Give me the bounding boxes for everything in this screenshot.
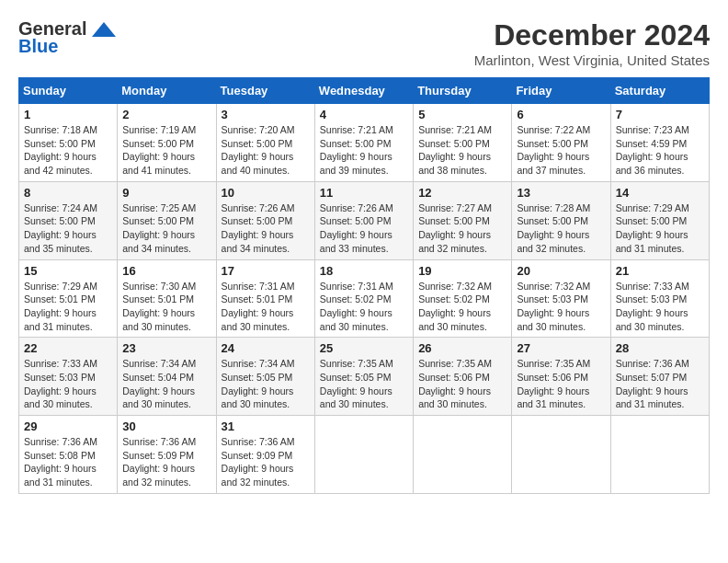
calendar-cell: 4Sunrise: 7:21 AM Sunset: 5:00 PM Daylig… bbox=[314, 104, 413, 182]
day-info: Sunrise: 7:23 AM Sunset: 4:59 PM Dayligh… bbox=[616, 123, 704, 178]
day-number: 17 bbox=[222, 264, 310, 278]
day-info: Sunrise: 7:34 AM Sunset: 5:04 PM Dayligh… bbox=[122, 357, 210, 411]
day-info: Sunrise: 7:26 AM Sunset: 5:00 PM Dayligh… bbox=[320, 201, 408, 256]
calendar: SundayMondayTuesdayWednesdayThursdayFrid… bbox=[18, 77, 710, 494]
day-number: 9 bbox=[122, 186, 210, 200]
calendar-week-row: 22Sunrise: 7:33 AM Sunset: 5:03 PM Dayli… bbox=[19, 338, 710, 416]
day-info: Sunrise: 7:21 AM Sunset: 5:00 PM Dayligh… bbox=[418, 123, 506, 178]
header-cell-sunday: Sunday bbox=[19, 78, 118, 104]
day-info: Sunrise: 7:32 AM Sunset: 5:03 PM Dayligh… bbox=[517, 280, 605, 334]
month-title: December 2024 bbox=[474, 18, 710, 52]
day-info: Sunrise: 7:28 AM Sunset: 5:00 PM Dayligh… bbox=[517, 201, 605, 256]
day-info: Sunrise: 7:29 AM Sunset: 5:00 PM Dayligh… bbox=[616, 201, 704, 256]
day-number: 8 bbox=[24, 186, 112, 200]
day-info: Sunrise: 7:24 AM Sunset: 5:00 PM Dayligh… bbox=[24, 201, 112, 256]
calendar-cell bbox=[512, 416, 610, 494]
calendar-cell: 18Sunrise: 7:31 AM Sunset: 5:02 PM Dayli… bbox=[314, 259, 413, 338]
day-info: Sunrise: 7:36 AM Sunset: 5:08 PM Dayligh… bbox=[24, 435, 112, 489]
calendar-cell: 9Sunrise: 7:25 AM Sunset: 5:00 PM Daylig… bbox=[118, 181, 216, 259]
calendar-cell: 6Sunrise: 7:22 AM Sunset: 5:00 PM Daylig… bbox=[512, 104, 610, 182]
day-number: 10 bbox=[222, 186, 310, 200]
logo-blue: Blue bbox=[18, 36, 58, 57]
day-info: Sunrise: 7:35 AM Sunset: 5:06 PM Dayligh… bbox=[517, 357, 605, 411]
day-number: 1 bbox=[24, 108, 112, 121]
calendar-cell: 25Sunrise: 7:35 AM Sunset: 5:05 PM Dayli… bbox=[314, 338, 413, 416]
day-number: 18 bbox=[320, 264, 408, 278]
calendar-cell: 24Sunrise: 7:34 AM Sunset: 5:05 PM Dayli… bbox=[216, 338, 314, 416]
calendar-cell: 30Sunrise: 7:36 AM Sunset: 5:09 PM Dayli… bbox=[118, 416, 216, 494]
day-number: 26 bbox=[418, 341, 506, 355]
calendar-week-row: 15Sunrise: 7:29 AM Sunset: 5:01 PM Dayli… bbox=[19, 259, 710, 338]
calendar-cell: 29Sunrise: 7:36 AM Sunset: 5:08 PM Dayli… bbox=[19, 416, 118, 494]
day-number: 31 bbox=[222, 419, 310, 433]
calendar-cell: 17Sunrise: 7:31 AM Sunset: 5:01 PM Dayli… bbox=[216, 259, 314, 338]
day-info: Sunrise: 7:19 AM Sunset: 5:00 PM Dayligh… bbox=[122, 123, 210, 178]
day-info: Sunrise: 7:32 AM Sunset: 5:02 PM Dayligh… bbox=[418, 280, 506, 334]
day-info: Sunrise: 7:36 AM Sunset: 5:07 PM Dayligh… bbox=[616, 357, 704, 411]
day-info: Sunrise: 7:36 AM Sunset: 5:09 PM Dayligh… bbox=[122, 435, 210, 489]
day-number: 23 bbox=[122, 341, 210, 355]
day-number: 4 bbox=[320, 108, 408, 121]
calendar-cell: 31Sunrise: 7:36 AM Sunset: 9:09 PM Dayli… bbox=[216, 416, 314, 494]
day-info: Sunrise: 7:36 AM Sunset: 9:09 PM Dayligh… bbox=[222, 435, 310, 489]
calendar-cell: 12Sunrise: 7:27 AM Sunset: 5:00 PM Dayli… bbox=[414, 181, 512, 259]
day-info: Sunrise: 7:31 AM Sunset: 5:01 PM Dayligh… bbox=[222, 280, 310, 334]
day-number: 2 bbox=[122, 108, 210, 121]
calendar-cell: 15Sunrise: 7:29 AM Sunset: 5:01 PM Dayli… bbox=[19, 259, 118, 338]
calendar-week-row: 29Sunrise: 7:36 AM Sunset: 5:08 PM Dayli… bbox=[19, 416, 710, 494]
day-number: 15 bbox=[24, 264, 112, 278]
calendar-cell: 10Sunrise: 7:26 AM Sunset: 5:00 PM Dayli… bbox=[216, 181, 314, 259]
day-info: Sunrise: 7:35 AM Sunset: 5:05 PM Dayligh… bbox=[320, 357, 408, 411]
day-number: 20 bbox=[517, 264, 605, 278]
day-number: 22 bbox=[24, 341, 112, 355]
calendar-cell bbox=[414, 416, 512, 494]
day-number: 16 bbox=[122, 264, 210, 278]
calendar-cell: 7Sunrise: 7:23 AM Sunset: 4:59 PM Daylig… bbox=[610, 104, 709, 182]
day-info: Sunrise: 7:31 AM Sunset: 5:02 PM Dayligh… bbox=[320, 280, 408, 334]
header-cell-tuesday: Tuesday bbox=[216, 78, 314, 104]
day-number: 12 bbox=[418, 186, 506, 200]
day-number: 7 bbox=[616, 108, 704, 121]
day-number: 27 bbox=[517, 341, 605, 355]
calendar-cell: 27Sunrise: 7:35 AM Sunset: 5:06 PM Dayli… bbox=[512, 338, 610, 416]
calendar-cell: 1Sunrise: 7:18 AM Sunset: 5:00 PM Daylig… bbox=[19, 104, 118, 182]
calendar-cell: 20Sunrise: 7:32 AM Sunset: 5:03 PM Dayli… bbox=[512, 259, 610, 338]
calendar-cell: 2Sunrise: 7:19 AM Sunset: 5:00 PM Daylig… bbox=[118, 104, 216, 182]
day-info: Sunrise: 7:33 AM Sunset: 5:03 PM Dayligh… bbox=[616, 280, 704, 334]
day-number: 29 bbox=[24, 419, 112, 433]
day-info: Sunrise: 7:22 AM Sunset: 5:00 PM Dayligh… bbox=[517, 123, 605, 178]
day-info: Sunrise: 7:27 AM Sunset: 5:00 PM Dayligh… bbox=[418, 201, 506, 256]
day-number: 3 bbox=[222, 108, 310, 121]
day-number: 19 bbox=[418, 264, 506, 278]
day-info: Sunrise: 7:18 AM Sunset: 5:00 PM Dayligh… bbox=[24, 123, 112, 178]
day-number: 28 bbox=[616, 341, 704, 355]
calendar-cell: 19Sunrise: 7:32 AM Sunset: 5:02 PM Dayli… bbox=[414, 259, 512, 338]
calendar-cell: 14Sunrise: 7:29 AM Sunset: 5:00 PM Dayli… bbox=[610, 181, 709, 259]
header-cell-thursday: Thursday bbox=[414, 78, 512, 104]
calendar-cell: 3Sunrise: 7:20 AM Sunset: 5:00 PM Daylig… bbox=[216, 104, 314, 182]
calendar-cell: 22Sunrise: 7:33 AM Sunset: 5:03 PM Dayli… bbox=[19, 338, 118, 416]
header: General Blue December 2024 Marlinton, We… bbox=[18, 18, 710, 68]
header-cell-friday: Friday bbox=[512, 78, 610, 104]
day-number: 25 bbox=[320, 341, 408, 355]
day-info: Sunrise: 7:30 AM Sunset: 5:01 PM Dayligh… bbox=[122, 280, 210, 334]
day-info: Sunrise: 7:26 AM Sunset: 5:00 PM Dayligh… bbox=[222, 201, 310, 256]
calendar-cell: 5Sunrise: 7:21 AM Sunset: 5:00 PM Daylig… bbox=[414, 104, 512, 182]
day-number: 21 bbox=[616, 264, 704, 278]
calendar-week-row: 1Sunrise: 7:18 AM Sunset: 5:00 PM Daylig… bbox=[19, 104, 710, 182]
calendar-cell: 16Sunrise: 7:30 AM Sunset: 5:01 PM Dayli… bbox=[118, 259, 216, 338]
day-info: Sunrise: 7:20 AM Sunset: 5:00 PM Dayligh… bbox=[222, 123, 310, 178]
day-number: 24 bbox=[222, 341, 310, 355]
calendar-cell bbox=[314, 416, 413, 494]
day-info: Sunrise: 7:35 AM Sunset: 5:06 PM Dayligh… bbox=[418, 357, 506, 411]
day-number: 11 bbox=[320, 186, 408, 200]
calendar-cell: 23Sunrise: 7:34 AM Sunset: 5:04 PM Dayli… bbox=[118, 338, 216, 416]
calendar-cell: 11Sunrise: 7:26 AM Sunset: 5:00 PM Dayli… bbox=[314, 181, 413, 259]
day-info: Sunrise: 7:34 AM Sunset: 5:05 PM Dayligh… bbox=[222, 357, 310, 411]
day-number: 14 bbox=[616, 186, 704, 200]
day-number: 30 bbox=[122, 419, 210, 433]
day-number: 13 bbox=[517, 186, 605, 200]
day-info: Sunrise: 7:25 AM Sunset: 5:00 PM Dayligh… bbox=[122, 201, 210, 256]
day-info: Sunrise: 7:21 AM Sunset: 5:00 PM Dayligh… bbox=[320, 123, 408, 178]
calendar-cell: 8Sunrise: 7:24 AM Sunset: 5:00 PM Daylig… bbox=[19, 181, 118, 259]
